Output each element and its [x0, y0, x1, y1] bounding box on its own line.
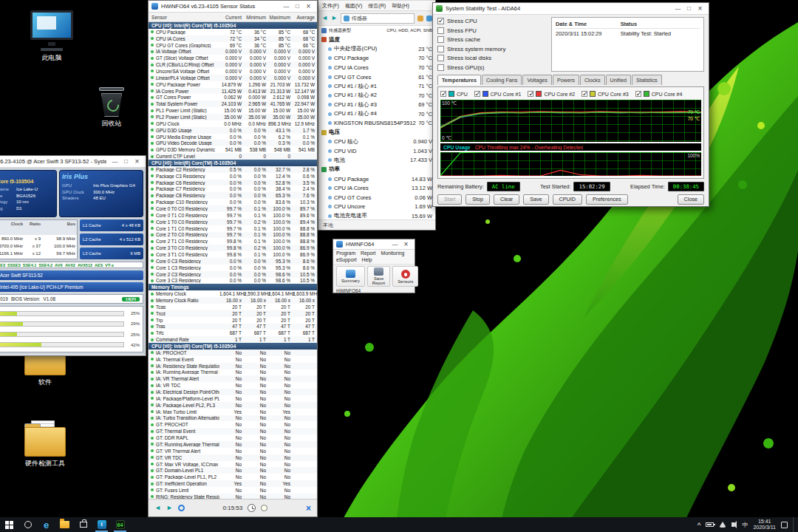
sensor-row[interactable]: Core 3 C3 Residency 0.0 % 0.0 % 98.6 % 1… [149, 278, 317, 284]
input-language-indicator[interactable]: 中 [742, 521, 748, 529]
stress-checkbox-row[interactable]: Stress system memory [437, 46, 547, 52]
legend-checkbox[interactable] [474, 91, 480, 97]
nav-back-icon[interactable]: ◄ [154, 505, 161, 511]
aida-sensor-row[interactable]: 传感器类型 CPU, HDD, ACPI, SNB [318, 26, 435, 35]
aida-sensor-row[interactable]: CPU #1 / 核心 #2 70 °C [318, 91, 435, 100]
legend-checkbox[interactable] [528, 91, 533, 97]
sensor-row[interactable]: Trcd 20 T 20 T 20 T 20 T [149, 310, 317, 317]
sensor-row[interactable]: CPU IA Cores 72 °C 34 °C 85 °C 68 °C [149, 35, 317, 42]
sensor-row[interactable]: IA Cores Power 11.425 W 0.413 W 21.313 W… [149, 88, 317, 95]
settings-gear-icon[interactable] [178, 505, 185, 511]
stress-checkbox-row[interactable]: Stress cache [437, 36, 547, 43]
wifi-icon[interactable] [719, 522, 726, 528]
taskbar-app[interactable] [74, 517, 92, 532]
sensor-row[interactable]: Trfc 687 T 687 T 687 T 687 T [149, 330, 317, 336]
sensor-row[interactable]: IA: VR Thermal Alert No No No [149, 375, 317, 382]
taskbar-app[interactable] [37, 517, 55, 532]
maximize-icon[interactable]: □ [292, 1, 303, 12]
stability-tab[interactable]: Powers [553, 75, 579, 85]
close-sensors-icon[interactable]: × [306, 504, 311, 513]
sensor-row[interactable]: Core 2 C3 Residency 0.0 % 0.0 % 98.6 % 1… [149, 271, 317, 278]
hidden-icons-chevron[interactable]: ^ [698, 522, 701, 528]
minimize-icon[interactable]: — [389, 239, 400, 250]
checkbox[interactable] [437, 36, 444, 43]
stability-title-bar[interactable]: System Stability Test - AIDA64 —□× [433, 3, 709, 15]
sensor-row[interactable]: GT: Inefficient Operation Yes No Yes [149, 480, 317, 487]
minimize-icon[interactable]: — [281, 1, 292, 12]
launcher-title-bar[interactable]: HWiNFO64 —× [333, 239, 415, 250]
checkbox[interactable] [437, 46, 444, 52]
desktop-icon-this-pc[interactable]: 此电脑 [21, 10, 83, 63]
menu-item[interactable]: 报告(R) [368, 2, 386, 10]
menu-item[interactable]: 文件(F) [322, 2, 339, 10]
aida-sensor-row[interactable]: CPU Package 14.83 W [318, 174, 435, 184]
stability-tab[interactable]: Cooling Fans [482, 75, 522, 85]
sensor-row[interactable]: Package C6 Residency 0.0 % 0.0 % 52.8 % … [149, 180, 317, 186]
launcher-button[interactable]: Summary [336, 266, 365, 287]
stability-button[interactable]: Clear [494, 194, 519, 205]
launcher-button[interactable]: Save Report [367, 266, 390, 287]
show-desktop-strip[interactable] [793, 517, 796, 532]
sensor-row[interactable]: Memory Clock Ratio 16.00 x 16.00 x 16.00… [149, 297, 317, 304]
menu-item[interactable]: Monitoring [381, 250, 404, 257]
refresh-icon[interactable] [426, 16, 432, 21]
sensor-row[interactable]: IA: VR TDC No No No [149, 382, 317, 389]
stability-tab[interactable]: Statistics [632, 75, 662, 85]
sensor-row[interactable]: CPU [#0]: Intel(R) Core(TM) i5-1035G4 [149, 160, 317, 166]
sensor-row[interactable]: Uncore/SA Voltage Offset 0.000 V 0.000 V… [149, 68, 317, 75]
sensor-row[interactable]: GT (Slice) Voltage Offset 0.000 V 0.000 … [149, 55, 317, 61]
sensor-title-bar[interactable]: HWiNFO64 v6.23-4105 Sensor Status —□× [149, 1, 317, 13]
aida-sensor-row[interactable]: 温度 [318, 35, 435, 45]
checkbox[interactable] [437, 64, 444, 71]
aida-sensor-row[interactable]: 电池充电速率 15.69 W [318, 211, 435, 219]
sensor-row[interactable]: GT: PROCHOT No No No [149, 421, 317, 428]
nav-back-icon[interactable]: ◄ [321, 15, 328, 21]
sensor-row[interactable]: GPU Video Decode Usage 0.0 % 0.0 % 0.3 %… [149, 140, 317, 146]
sensor-row[interactable]: Core 3 T1 C0 Residency 99.8 % 0.1 % 100.… [149, 251, 317, 258]
sensor-row[interactable]: CPU Package 72 °C 36 °C 85 °C 68 °C [149, 29, 317, 35]
minimize-icon[interactable]: — [672, 3, 683, 14]
sensor-row[interactable]: Core 0 T1 C0 Residency 99.7 % 0.1 % 100.… [149, 212, 317, 219]
sensor-row[interactable]: IA: Turbo Transition Attenuation No No N… [149, 415, 317, 422]
stability-button[interactable]: Save [523, 194, 548, 205]
aida-sensor-row[interactable]: CPU 核心 0.940 V [318, 137, 435, 147]
aida-sensor-row[interactable]: KINGSTON RBUSNS8154P3512GJ1 70 °C [318, 118, 435, 128]
sensor-row[interactable]: Tcas 20 T 20 T 20 T 20 T [149, 304, 317, 310]
sensor-row[interactable]: Core 0 T0 C0 Residency 99.7 % 0.1 % 100.… [149, 205, 317, 212]
sensor-row[interactable]: Core 1 T1 C0 Residency 99.7 % 0.1 % 100.… [149, 225, 317, 232]
close-button[interactable]: Close [678, 194, 704, 205]
sensor-row[interactable]: GT: Running Average Thermal Limit No No … [149, 441, 317, 448]
sensor-row[interactable]: GT: Fuses Limit No No No [149, 487, 317, 494]
sensor-row[interactable]: RING: Residency State Regulation No No N… [149, 494, 317, 499]
sensor-row[interactable]: Package C2 Residency 0.5 % 0.0 % 32.7 % … [149, 166, 317, 173]
legend-item[interactable]: CPU [440, 91, 468, 97]
taskbar-app[interactable] [92, 517, 111, 532]
legend-checkbox[interactable] [582, 91, 587, 97]
launcher-button[interactable]: Sensors [392, 266, 418, 287]
sensor-row[interactable]: PL1 Power Limit (Static) 15.00 W 15.00 W… [149, 107, 317, 114]
legend-checkbox[interactable] [440, 91, 446, 97]
sensor-row[interactable]: GPU D3D Usage 0.0 % 0.0 % 43.1 % 1.7 % [149, 127, 317, 134]
sensor-row[interactable]: GT: Domain-Level PL1 No No No [149, 467, 317, 474]
sensor-row[interactable]: IA: Package-Level PL2, PL3 No No No [149, 402, 317, 409]
close-icon[interactable]: × [695, 3, 706, 14]
sensor-row[interactable]: Command Rate 1 T 1 T 1 T 1 T [149, 336, 317, 343]
sensor-row[interactable]: Core 2 T1 C0 Residency 99.8 % 0.1 % 100.… [149, 238, 317, 245]
sensor-row[interactable]: Memory Timings [149, 284, 317, 290]
battery-icon[interactable] [706, 522, 714, 527]
sensor-row[interactable]: CPU Package Power 14.879 W 1.296 W 21.70… [149, 81, 317, 88]
close-icon[interactable]: × [132, 156, 143, 167]
sensor-row[interactable]: IA: Residency State Regulation No No No [149, 363, 317, 369]
close-icon[interactable]: × [303, 1, 314, 12]
taskbar-app[interactable] [18, 517, 37, 532]
aida-sensor-row[interactable]: 电压 [318, 128, 435, 137]
sensor-row[interactable]: GT: DDR RAPL No No No [149, 434, 317, 441]
stability-tab[interactable]: Temperatures [437, 75, 481, 85]
breadcrumb[interactable]: 传感器 [341, 13, 415, 24]
sensor-row[interactable]: Core 0 C3 Residency 0.0 % 0.0 % 95.3 % 8… [149, 258, 317, 265]
speaker-icon[interactable] [732, 522, 734, 527]
sensor-row[interactable]: Trp 20 T 20 T 20 T 20 T [149, 317, 317, 324]
sensor-row[interactable]: GPU Clock 0.0 MHz 0.0 MHz 898.3 MHz 12.9… [149, 120, 317, 127]
aida-sensor-row[interactable]: 电池 17.433 V [318, 156, 435, 166]
sensor-row[interactable]: Package C8 Residency 0.0 % 0.0 % 65.3 % … [149, 192, 317, 199]
